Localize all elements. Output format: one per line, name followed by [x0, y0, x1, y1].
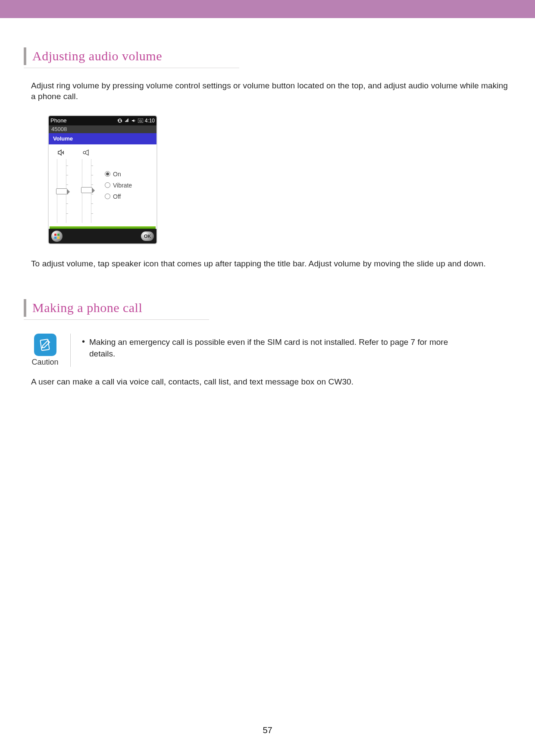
- radio-off[interactable]: Off: [105, 193, 154, 200]
- status-icons: G: [117, 119, 143, 123]
- radio-dot-icon: [105, 171, 110, 177]
- caution-text: • Making an emergency call is possible e…: [82, 334, 470, 360]
- radio-label: Off: [113, 193, 121, 200]
- volume-panel: On Vibrate Off: [49, 144, 156, 226]
- header-bar: [0, 0, 535, 18]
- caution-block: Caution • Making an emergency call is po…: [31, 334, 509, 367]
- system-speaker-icon: [58, 148, 66, 157]
- paragraph: To adjust volume, tap speaker icon that …: [31, 258, 509, 269]
- svg-rect-5: [54, 234, 56, 236]
- ring-volume-slider[interactable]: [82, 159, 91, 223]
- phone-screenshot: Phone G 4:10 45008 Volume: [48, 115, 157, 244]
- slider-thumb[interactable]: [81, 187, 92, 193]
- phone-bottom-bar: OK: [49, 229, 156, 244]
- bullet-icon: •: [82, 336, 85, 360]
- signal-icon: [124, 119, 129, 123]
- svg-rect-6: [57, 234, 59, 236]
- radio-dot-icon: [105, 194, 110, 199]
- caution-text-content: Making an emergency call is possible eve…: [89, 336, 470, 360]
- svg-rect-2: [62, 152, 63, 153]
- caution-note-icon: [34, 334, 56, 356]
- radio-label: On: [113, 171, 121, 178]
- paragraph: A user can make a call via voice call, c…: [31, 376, 509, 387]
- phone-titlebar: Phone G 4:10: [49, 116, 156, 125]
- section-heading-adjusting-volume: Adjusting audio volume: [24, 47, 509, 65]
- radio-on[interactable]: On: [105, 171, 154, 178]
- svg-rect-7: [54, 237, 56, 239]
- radio-vibrate[interactable]: Vibrate: [105, 182, 154, 189]
- system-volume-slider[interactable]: [57, 159, 66, 223]
- paragraph: Adjust ring volume by pressing volume co…: [31, 80, 509, 102]
- phone-title: Phone: [50, 117, 67, 124]
- ring-speaker-icon: [82, 148, 91, 157]
- windows-key-icon[interactable]: [51, 231, 63, 242]
- heading-underline: [24, 319, 209, 320]
- phone-subtitle: Volume: [49, 133, 156, 144]
- ring-mode-radios: On Vibrate Off: [103, 148, 154, 223]
- phone-number-row: 45008: [49, 125, 156, 133]
- radio-dot-icon: [105, 182, 110, 188]
- svg-rect-8: [57, 237, 59, 239]
- system-volume-column: [53, 148, 70, 223]
- speaker-icon: [131, 119, 136, 123]
- svg-point-4: [83, 151, 86, 154]
- phone-clock: 4:10: [145, 118, 155, 124]
- caution-divider: [70, 334, 71, 367]
- svg-rect-3: [63, 151, 64, 154]
- page-content: Adjusting audio volume Adjust ring volum…: [0, 18, 535, 387]
- page-number: 57: [0, 725, 535, 735]
- caution-badge: Caution: [31, 334, 59, 367]
- sync-icon: [117, 119, 122, 123]
- svg-text:G: G: [139, 119, 142, 123]
- section-heading-making-call: Making a phone call: [24, 299, 509, 317]
- ring-volume-column: [78, 148, 95, 223]
- network-g-icon: G: [138, 119, 143, 123]
- caution-label: Caution: [31, 358, 59, 367]
- radio-label: Vibrate: [113, 182, 132, 189]
- slider-thumb[interactable]: [56, 188, 67, 194]
- ok-button[interactable]: OK: [141, 231, 154, 241]
- heading-underline: [24, 68, 239, 68]
